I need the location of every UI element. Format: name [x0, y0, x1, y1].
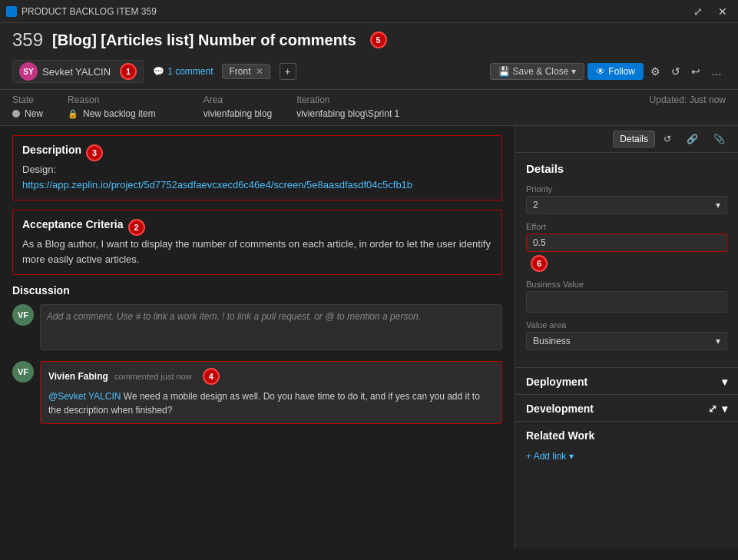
- callout-2: 2: [128, 219, 145, 236]
- add-link-chevron: ▾: [569, 451, 574, 462]
- header-area: 359 [Blog] [Articles list] Number of com…: [0, 23, 738, 90]
- acceptance-content: As a Blog author, I want to display the …: [22, 237, 492, 267]
- iteration-value[interactable]: vivienfabing blog\Sprint 1: [296, 108, 399, 119]
- deployment-label: Deployment: [526, 376, 587, 388]
- callout-3: 3: [86, 144, 103, 161]
- tab-attachment[interactable]: 📎: [707, 131, 732, 147]
- comment-time: commented just now: [114, 372, 192, 381]
- toolbar-row: SY Sevket YALCIN 1 💬 1 comment Front ✕ +…: [12, 57, 726, 89]
- development-chevron: ▾: [722, 403, 727, 415]
- item-number: 359: [12, 29, 43, 51]
- discussion-section: Discussion VF Add a comment. Use # to li…: [12, 284, 502, 424]
- refresh-button[interactable]: ↺: [667, 63, 684, 80]
- area-label: Area: [204, 94, 272, 105]
- item-title: [Blog] [Articles list] Number of comment…: [52, 31, 356, 49]
- priority-label: Priority: [526, 184, 727, 194]
- deployment-section[interactable]: Deployment ▾: [515, 367, 738, 394]
- description-title: Description: [22, 144, 81, 156]
- left-panel: Description 3 Design: https://app.zeplin…: [0, 126, 515, 548]
- main-layout: Description 3 Design: https://app.zeplin…: [0, 126, 738, 548]
- development-section[interactable]: Development ⤢ ▾: [515, 394, 738, 421]
- meta-row: State New Reason 🔒 New backlog item Area…: [0, 90, 738, 126]
- design-link[interactable]: https://app.zeplin.io/project/5d7752asdf…: [22, 179, 412, 191]
- settings-button[interactable]: ⚙: [647, 63, 664, 80]
- deployment-chevron: ▾: [722, 376, 727, 388]
- iteration-label: Iteration: [296, 94, 399, 105]
- reason-value[interactable]: New backlog item: [83, 108, 156, 119]
- app-icon: [6, 6, 17, 17]
- details-panel: Details Priority 2 ▾ Effort 6 Business V…: [515, 153, 738, 367]
- undo-button[interactable]: ↩: [687, 63, 704, 80]
- avatar: SY: [19, 62, 38, 81]
- comment-author: Vivien Fabing: [48, 371, 108, 382]
- tab-details[interactable]: Details: [613, 131, 655, 147]
- comment-link[interactable]: 💬 1 comment: [153, 66, 213, 77]
- related-work-label: Related Work: [526, 429, 594, 442]
- acceptance-section: Acceptance Criteria 2 As a Blog author, …: [12, 210, 502, 275]
- comment-compose: VF Add a comment. Use # to link a work i…: [12, 304, 502, 350]
- follow-button[interactable]: 👁 Follow: [587, 63, 644, 80]
- expand-button[interactable]: ⤢: [689, 4, 707, 19]
- development-label: Development: [526, 403, 594, 415]
- development-expand-icon: ⤢: [708, 403, 717, 415]
- compose-avatar: VF: [12, 304, 34, 326]
- save-dropdown-icon: ▾: [571, 66, 576, 77]
- priority-dropdown-icon: ▾: [716, 200, 720, 210]
- value-area-label: Value area: [526, 320, 727, 330]
- area-value[interactable]: vivienfabing blog: [204, 108, 272, 119]
- commenter-avatar: VF: [12, 361, 34, 383]
- tab-link[interactable]: 🔗: [680, 131, 705, 147]
- description-section: Description 3 Design: https://app.zeplin…: [12, 135, 502, 200]
- comment-bubble: Vivien Fabing commented just now 4 @Sevk…: [40, 361, 502, 424]
- effort-group: Effort 6: [526, 222, 727, 272]
- right-tabs: Details ↺ 🔗 📎: [515, 126, 738, 153]
- tag-remove-button[interactable]: ✕: [256, 66, 263, 77]
- callout-1: 1: [120, 63, 137, 80]
- effort-label: Effort: [526, 222, 727, 231]
- design-label: Design:: [22, 162, 492, 177]
- comment-body: @Sevket YALCIN We need a mobile design a…: [48, 389, 494, 417]
- state-dot: [12, 110, 20, 118]
- updated-text: Updated: Just now: [650, 94, 726, 105]
- eye-icon: 👁: [596, 66, 605, 77]
- business-value-group: Business Value: [526, 280, 727, 313]
- effort-input[interactable]: [526, 234, 727, 252]
- priority-group: Priority 2 ▾: [526, 184, 727, 214]
- value-area-value[interactable]: Business ▾: [526, 332, 727, 350]
- title-bar: PRODUCT BACKLOG ITEM 359 ⤢ ✕: [0, 0, 738, 23]
- priority-value[interactable]: 2 ▾: [526, 196, 727, 214]
- save-icon: 💾: [498, 66, 510, 77]
- save-close-button[interactable]: 💾 Save & Close ▾: [490, 63, 585, 80]
- assignee-name: Sevket YALCIN: [42, 66, 111, 78]
- more-button[interactable]: …: [707, 63, 726, 80]
- state-label: State: [12, 94, 43, 105]
- add-link-button[interactable]: + Add link ▾: [515, 448, 738, 465]
- comment-item: VF Vivien Fabing commented just now 4 @S…: [12, 361, 502, 424]
- callout-5: 5: [370, 31, 387, 48]
- state-value[interactable]: New: [25, 108, 43, 119]
- close-button[interactable]: ✕: [713, 4, 732, 19]
- comment-mention: @Sevket YALCIN: [48, 391, 121, 402]
- right-panel: Details ↺ 🔗 📎 Details Priority 2 ▾ Effor…: [515, 126, 738, 548]
- comment-input[interactable]: Add a comment. Use # to link a work item…: [40, 304, 502, 350]
- callout-4: 4: [203, 368, 220, 385]
- callout-6: 6: [531, 255, 548, 272]
- title-bar-text: PRODUCT BACKLOG ITEM 359: [22, 6, 157, 17]
- tag-label: Front: [229, 66, 250, 77]
- value-area-dropdown-icon: ▾: [716, 336, 720, 346]
- tab-history[interactable]: ↺: [657, 131, 678, 147]
- value-area-group: Value area Business ▾: [526, 320, 727, 350]
- comment-icon: 💬: [153, 66, 164, 77]
- lock-icon: 🔒: [68, 109, 78, 119]
- related-work-section: Related Work: [515, 421, 738, 448]
- business-value-label: Business Value: [526, 280, 727, 289]
- details-title: Details: [526, 162, 727, 175]
- tag-add-button[interactable]: +: [280, 63, 296, 80]
- business-value-input[interactable]: [526, 291, 727, 313]
- assignee-chip[interactable]: SY Sevket YALCIN 1: [12, 60, 144, 83]
- tag-chip: Front ✕: [222, 64, 270, 79]
- discussion-title: Discussion: [12, 284, 502, 297]
- acceptance-title: Acceptance Criteria: [22, 218, 124, 230]
- reason-label: Reason: [68, 94, 156, 105]
